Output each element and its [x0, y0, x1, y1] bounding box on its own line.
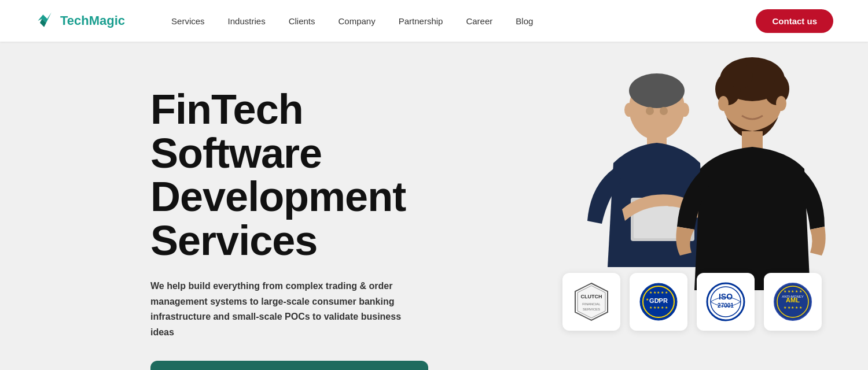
badge-clutch: CLUTCH FINANCIAL SERVICES	[562, 273, 620, 331]
svg-marker-19	[578, 286, 605, 318]
badges-row: CLUTCH FINANCIAL SERVICES ★ ★ ★ ★ ★ ★ ★ …	[562, 273, 822, 331]
nav-services[interactable]: Services	[160, 0, 216, 42]
svg-point-14	[752, 64, 775, 89]
gdpr-icon: ★ ★ ★ ★ ★ ★ ★ ★ ★ ★ ★ ★ GDPR	[638, 281, 679, 323]
svg-text:ANTI-MONEY: ANTI-MONEY	[782, 295, 804, 298]
nav-career[interactable]: Career	[454, 0, 504, 42]
people-illustration: CLUTCH FINANCIAL SERVICES ★ ★ ★ ★ ★ ★ ★ …	[556, 47, 839, 331]
iso-icon: ISO 27001	[705, 281, 746, 323]
logo-icon	[35, 10, 56, 31]
svg-point-13	[729, 64, 752, 89]
svg-text:★ ★ ★ ★ ★: ★ ★ ★ ★ ★	[649, 291, 668, 294]
badge-aml: ★ ★ ★ ★ ★ ★ ★ ★ ★ ★ AML ANTI-MONEY	[764, 273, 822, 331]
svg-text:★ ★ ★ ★ ★: ★ ★ ★ ★ ★	[784, 290, 802, 293]
badge-gdpr: ★ ★ ★ ★ ★ ★ ★ ★ ★ ★ ★ ★ GDPR	[630, 273, 687, 331]
svg-text:★ ★ ★ ★ ★: ★ ★ ★ ★ ★	[784, 306, 802, 309]
nav-company[interactable]: Company	[327, 0, 387, 42]
svg-text:CLUTCH: CLUTCH	[581, 294, 602, 299]
main-nav: Services Industries Clients Company Part…	[160, 0, 756, 42]
contact-button[interactable]: Contact us	[756, 9, 833, 33]
logo-text: TechMagic	[60, 13, 125, 28]
clutch-icon: CLUTCH FINANCIAL SERVICES	[571, 281, 612, 323]
svg-text:★: ★	[646, 298, 649, 301]
nav-clients[interactable]: Clients	[277, 0, 327, 42]
svg-point-30	[707, 283, 744, 320]
svg-text:★ ★ ★ ★ ★: ★ ★ ★ ★ ★	[649, 306, 668, 309]
aml-icon: ★ ★ ★ ★ ★ ★ ★ ★ ★ ★ AML ANTI-MONEY	[772, 281, 814, 323]
svg-point-16	[718, 96, 729, 111]
svg-point-8	[680, 103, 689, 117]
svg-rect-15	[742, 131, 763, 149]
rating-card: 5.0 ★★★★★	[150, 361, 428, 370]
svg-point-1	[629, 73, 685, 108]
nav-blog[interactable]: Blog	[504, 0, 545, 42]
svg-point-6	[660, 107, 668, 115]
svg-text:SERVICES: SERVICES	[583, 308, 600, 311]
nav-partnership[interactable]: Partnership	[387, 0, 455, 42]
hero-title: FinTech Software Development Services	[150, 88, 475, 262]
logo[interactable]: TechMagic	[35, 10, 125, 31]
svg-point-17	[776, 96, 786, 111]
svg-point-7	[624, 103, 634, 117]
svg-text:FINANCIAL: FINANCIAL	[582, 302, 601, 306]
main-content: FinTech Software Development Services We…	[0, 42, 868, 370]
svg-text:27001: 27001	[718, 302, 734, 309]
svg-text:ISO: ISO	[719, 292, 733, 301]
nav-industries[interactable]: Industries	[216, 0, 277, 42]
header: TechMagic Services Industries Clients Co…	[0, 0, 868, 42]
hero-description: We help build everything from complex tr…	[150, 279, 417, 340]
hero-content: FinTech Software Development Services We…	[150, 76, 475, 370]
badge-iso: ISO 27001	[697, 273, 755, 331]
svg-text:GDPR: GDPR	[649, 297, 668, 304]
svg-point-5	[646, 107, 654, 115]
